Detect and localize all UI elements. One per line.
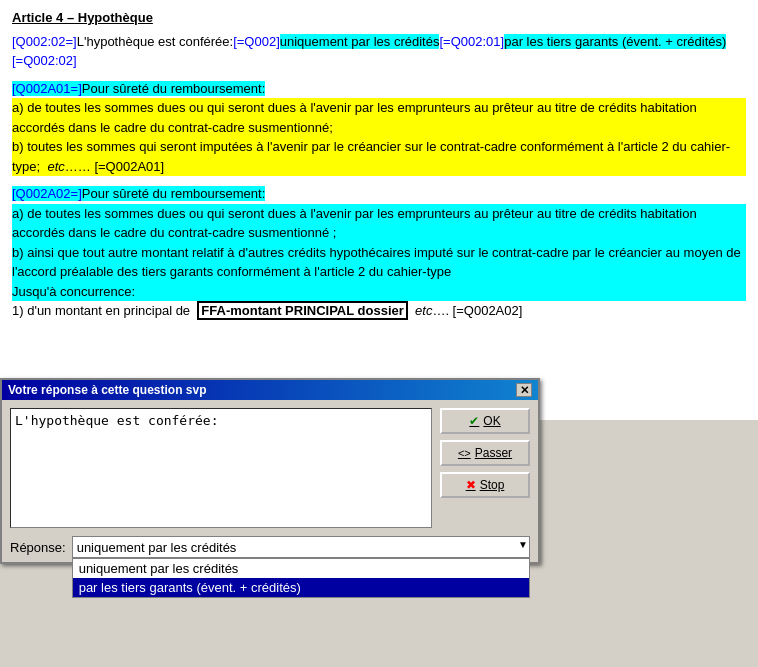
ok-label: OK [483, 414, 500, 428]
paragraph-1: [Q002:02=]L'hypothèque est conférée:[=Q0… [12, 32, 746, 71]
passer-icon: <> [458, 447, 471, 459]
option-credites: uniquement par les crédités [280, 34, 440, 49]
p3-line-b: b) ainsi que tout autre montant relatif … [12, 243, 746, 282]
stop-button[interactable]: ✖ Stop [440, 472, 530, 498]
dropdown-popup: uniquement par les crédités par les tier… [72, 558, 530, 598]
stop-icon: ✖ [466, 478, 476, 492]
passer-label: Passer [475, 446, 512, 460]
p3-title: Pour sûreté du remboursement: [82, 186, 266, 201]
reponse-select[interactable]: uniquement par les crédités par les tier… [72, 536, 530, 558]
tag-q002a02: [Q002A02=] [12, 186, 82, 201]
p2-tag-line: [Q002A01=]Pour sûreté du remboursement: [12, 79, 746, 99]
option-tiers: par les tiers garants (évent. + crédités… [504, 34, 726, 49]
paragraph-3: [Q002A02=]Pour sûreté du remboursement: … [12, 184, 746, 321]
dialog-left-panel: L'hypothèque est conférée: [10, 408, 432, 528]
reponse-row: Réponse: uniquement par les crédités par… [2, 536, 538, 562]
article-title: Article 4 – Hypothèque [12, 8, 746, 28]
p3-line-a: a) de toutes les sommes dues ou qui sero… [12, 204, 746, 243]
ok-button[interactable]: ✔ OK [440, 408, 530, 434]
p2-line-b: b) toutes les sommes qui seront imputées… [12, 137, 746, 176]
p2-line-a: a) de toutes les sommes dues ou qui sero… [12, 98, 746, 137]
dropdown-item-2[interactable]: par les tiers garants (évent. + crédités… [73, 578, 529, 597]
dialog-close-button[interactable]: ✕ [516, 383, 532, 397]
document-area: Article 4 – Hypothèque [Q002:02=]L'hypot… [0, 0, 758, 420]
passer-button[interactable]: <> Passer [440, 440, 530, 466]
p3-tag-line: [Q002A02=]Pour sûreté du remboursement: [12, 184, 746, 204]
p3-line-montant: 1) d'un montant en principal de FFA-mont… [12, 301, 746, 321]
dropdown-item-1[interactable]: uniquement par les crédités [73, 559, 529, 578]
text-hypotheque: L'hypothèque est conférée: [77, 34, 233, 49]
reponse-label: Réponse: [10, 536, 66, 555]
dialog-box: Votre réponse à cette question svp ✕ L'h… [0, 378, 540, 564]
dialog-textarea[interactable]: L'hypothèque est conférée: [10, 408, 432, 528]
tag-q002-01: [=Q002:01] [439, 34, 504, 49]
dialog-right-panel: ✔ OK <> Passer ✖ Stop [440, 408, 530, 528]
dialog-body: L'hypothèque est conférée: ✔ OK <> Passe… [2, 400, 538, 536]
reponse-select-container: uniquement par les crédités par les tier… [72, 536, 530, 558]
ffa-montant: FFA-montant PRINCIPAL dossier [197, 301, 407, 320]
dialog-title: Votre réponse à cette question svp [8, 383, 207, 397]
p3-line-concurrence: Jusqu'à concurrence: [12, 282, 746, 302]
check-icon: ✔ [469, 414, 479, 428]
dialog-titlebar: Votre réponse à cette question svp ✕ [2, 380, 538, 400]
p2-title: Pour sûreté du remboursement: [82, 81, 266, 96]
tag-q002-eq: [=Q002] [233, 34, 280, 49]
tag-q002a01: [Q002A01=] [12, 81, 82, 96]
stop-label: Stop [480, 478, 505, 492]
tag-q002-02-open: [Q002:02=] [12, 34, 77, 49]
tag-q002-02-close: [=Q002:02] [12, 53, 77, 68]
paragraph-2: [Q002A01=]Pour sûreté du remboursement: … [12, 79, 746, 177]
